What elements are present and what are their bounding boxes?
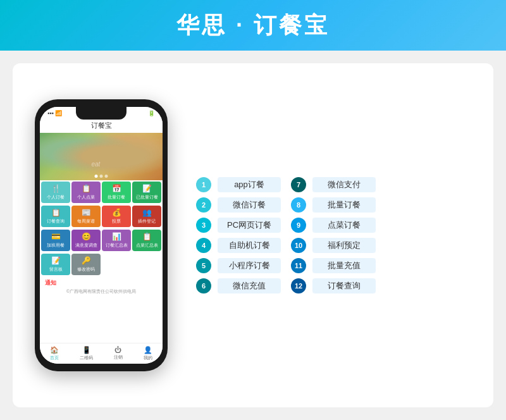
nav-logout[interactable]: ⏻ 注销 <box>114 346 123 361</box>
table-icon: 📋 <box>142 232 152 241</box>
dot-2 <box>100 175 103 178</box>
feature-label-12: 订餐查询 <box>312 278 376 293</box>
feature-label-9: 点菜订餐 <box>312 218 376 233</box>
menu-vote[interactable]: 💰 投票 <box>102 206 131 227</box>
menu-dish-summary[interactable]: 📋 点菜汇总表 <box>132 230 161 251</box>
dot-3 <box>105 175 108 178</box>
feature-item-8: 8 批量订餐 <box>291 197 376 213</box>
menu-order-summary[interactable]: 📊 订餐汇总表 <box>102 230 131 251</box>
copyright-text: ©广西电网有限责任公司钦州供电局 <box>45 288 157 295</box>
badge-1: 1 <box>196 177 211 192</box>
menu-bulk-order[interactable]: 📅 批量订餐 <box>102 182 131 203</box>
nav-qrcode[interactable]: 📱 二维码 <box>80 346 93 361</box>
badge-5: 5 <box>196 258 211 273</box>
smile-icon: 😊 <box>82 232 91 241</box>
key-icon: 🔑 <box>82 256 91 265</box>
badge-7: 7 <box>291 177 306 192</box>
feature-item-5: 5 小程序订餐 <box>196 258 281 273</box>
wifi-icon: 📶 <box>55 110 62 116</box>
feature-item-9: 9 点菜订餐 <box>291 218 376 233</box>
menu-empty-2 <box>132 254 161 275</box>
feature-item-6: 6 微信充值 <box>196 278 281 293</box>
app-title: 华思 · 订餐宝 <box>176 10 330 41</box>
dish-icon: 📋 <box>82 184 91 193</box>
list-icon: 📋 <box>51 208 61 217</box>
badge-8: 8 <box>291 197 306 213</box>
feature-item-2: 2 微信订餐 <box>196 197 281 213</box>
notification-area: 通知 ©广西电网有限责任公司钦州供电局 <box>40 276 163 343</box>
app-title-bar: 订餐宝 <box>40 120 163 133</box>
badge-9: 9 <box>291 218 306 233</box>
profile-icon: 👤 <box>144 346 152 354</box>
carousel-dots <box>95 175 108 178</box>
feature-item-12: 12 订餐查询 <box>291 278 376 293</box>
feature-label-4: 自助机订餐 <box>218 238 281 253</box>
message-icon: 📝 <box>51 256 61 265</box>
feature-label-10: 福利预定 <box>312 238 376 253</box>
home-icon: 🏠 <box>50 346 59 354</box>
feature-label-3: PC网页订餐 <box>218 218 281 233</box>
badge-12: 12 <box>291 278 306 293</box>
fork-icon: 🍴 <box>51 184 61 193</box>
chart-icon: 📊 <box>112 232 121 241</box>
menu-message-board[interactable]: 📝 留言板 <box>41 254 70 275</box>
note-icon: 📝 <box>142 184 152 193</box>
menu-satisfaction[interactable]: 😊 满意度调查 <box>71 230 101 251</box>
phone-screen: ▪▪▪ 📶 订餐宝 🔋 订餐宝 eat <box>40 107 163 364</box>
badge-10: 10 <box>291 238 306 253</box>
qrcode-icon: 📱 <box>82 346 91 354</box>
badge-3: 3 <box>196 218 211 233</box>
feature-label-8: 批量订餐 <box>312 197 376 213</box>
feature-item-4: 4 自助机订餐 <box>196 238 281 253</box>
feature-label-5: 小程序订餐 <box>218 258 281 273</box>
feature-item-1: 1 app订餐 <box>196 177 281 192</box>
badge-6: 6 <box>196 278 211 293</box>
signal-icons: ▪▪▪ 📶 <box>47 110 62 116</box>
eat-label: eat <box>91 161 100 168</box>
menu-overtime[interactable]: 💳 加班用餐 <box>41 230 70 251</box>
feature-item-3: 3 PC网页订餐 <box>196 218 281 233</box>
feature-item-7: 7 微信支付 <box>291 177 376 192</box>
nav-home[interactable]: 🏠 首页 <box>50 346 59 361</box>
feature-label-7: 微信支付 <box>312 177 376 192</box>
bottom-nav: 🏠 首页 📱 二维码 ⏻ 注销 👤 我的 <box>40 343 163 364</box>
menu-plugin[interactable]: 👥 插件登记 <box>132 206 161 227</box>
nav-profile[interactable]: 👤 我的 <box>144 346 152 361</box>
feature-list: 1 app订餐 2 微信订餐 3 PC网页订餐 4 自助机订餐 5 小程序订 <box>190 76 474 395</box>
menu-empty-1 <box>102 254 131 275</box>
menu-change-password[interactable]: 🔑 修改密码 <box>71 254 101 275</box>
card-icon: 💳 <box>51 232 61 241</box>
phone-mockup: ▪▪▪ 📶 订餐宝 🔋 订餐宝 eat <box>32 76 171 395</box>
notification-label: 通知 <box>45 279 157 287</box>
feature-label-6: 微信充值 <box>218 278 281 293</box>
badge-11: 11 <box>291 258 306 273</box>
feature-col-left: 1 app订餐 2 微信订餐 3 PC网页订餐 4 自助机订餐 5 小程序订 <box>196 177 281 293</box>
feature-label-2: 微信订餐 <box>218 197 281 213</box>
menu-order-query[interactable]: 📋 订餐查询 <box>41 206 70 227</box>
menu-weekly-menu[interactable]: 📰 每周菜谱 <box>71 206 101 227</box>
header: 华思 · 订餐宝 <box>0 0 506 51</box>
menu-grid-row1: 🍴 个人订餐 📋 个人点菜 📅 批量订餐 📝 已批量订餐 <box>40 180 163 204</box>
calendar-icon: 📅 <box>112 184 121 193</box>
dot-1 <box>95 175 98 178</box>
menu-personal-order[interactable]: 🍴 个人订餐 <box>41 182 70 203</box>
feature-columns: 1 app订餐 2 微信订餐 3 PC网页订餐 4 自助机订餐 5 小程序订 <box>196 177 468 293</box>
badge-4: 4 <box>196 238 211 253</box>
power-icon: ⏻ <box>114 346 121 354</box>
menu-personal-dish[interactable]: 📋 个人点菜 <box>71 182 101 203</box>
feature-item-10: 10 福利预定 <box>291 238 376 253</box>
main-content: ▪▪▪ 📶 订餐宝 🔋 订餐宝 eat <box>13 63 493 407</box>
battery-icon: 🔋 <box>148 110 155 116</box>
food-img-visual <box>40 133 163 180</box>
menu-grid-row2: 📋 订餐查询 📰 每周菜谱 💰 投票 👥 插件登记 <box>40 204 163 228</box>
feature-label-11: 批量充值 <box>312 258 376 273</box>
badge-2: 2 <box>196 197 211 213</box>
phone-notch <box>76 107 126 120</box>
money-icon: 💰 <box>112 208 121 217</box>
feature-label-1: app订餐 <box>218 177 281 192</box>
phone-body: ▪▪▪ 📶 订餐宝 🔋 订餐宝 eat <box>35 99 168 371</box>
food-image: eat <box>40 133 163 180</box>
menu-ordered[interactable]: 📝 已批量订餐 <box>132 182 161 203</box>
signal-bars: ▪▪▪ <box>47 110 54 116</box>
feature-col-right: 7 微信支付 8 批量订餐 9 点菜订餐 10 福利预定 11 批量充值 <box>291 177 376 293</box>
